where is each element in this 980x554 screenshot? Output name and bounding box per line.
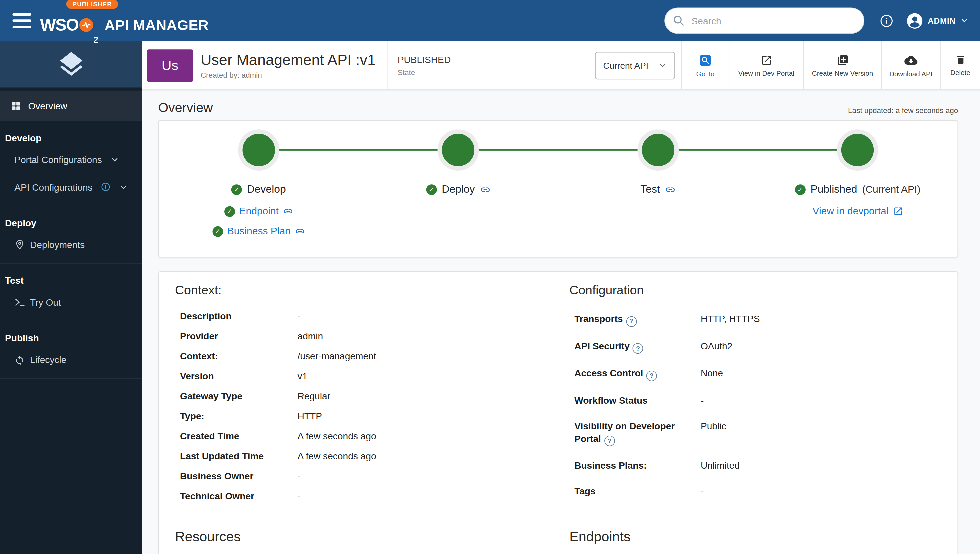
create-new-version-label: Create New Version	[812, 69, 873, 76]
endpoint-link[interactable]: ✓ Endpoint	[159, 206, 358, 217]
endpoints-title: Endpoints	[570, 529, 941, 545]
sidebar-item-label: API Configurations	[14, 181, 93, 192]
sidebar-section-test: Test	[0, 270, 142, 288]
view-in-devportal-link[interactable]: View in devportal	[758, 206, 957, 217]
context-row: Business Owner-	[175, 466, 570, 486]
grid-icon	[11, 100, 21, 111]
api-title: User Management API :v1	[200, 51, 375, 69]
context-title: Context:	[175, 283, 570, 297]
context-row: Context:/user-management	[175, 346, 570, 366]
open-in-new-icon	[760, 54, 772, 66]
chevron-down-icon	[658, 61, 667, 70]
business-plan-link[interactable]: ✓ Business Plan	[159, 226, 358, 237]
api-header-bar: Us User Management API :v1 Created by: a…	[142, 41, 980, 90]
info-icon[interactable]	[101, 182, 111, 192]
info-icon[interactable]	[880, 13, 894, 28]
chevron-down-icon	[110, 154, 119, 164]
cloud-download-icon	[904, 53, 917, 66]
help-icon[interactable]: ?	[604, 436, 615, 446]
view-in-dev-portal-label: View in Dev Portal	[738, 69, 794, 76]
context-row: Last Updated TimeA few seconds ago	[175, 446, 570, 466]
brand-text: WSO	[40, 15, 78, 35]
api-thumbnail: Us	[147, 49, 193, 82]
open-in-new-icon	[892, 206, 903, 217]
configuration-row: Workflow Status -	[570, 388, 941, 413]
terminal-icon	[14, 297, 25, 307]
help-icon[interactable]: ?	[646, 370, 657, 381]
avatar-icon	[906, 12, 923, 29]
create-new-version-button[interactable]: Create New Version	[803, 41, 881, 89]
go-to-icon	[698, 53, 712, 66]
api-state-label: State	[398, 68, 451, 76]
hamburger-menu-icon[interactable]	[13, 13, 31, 28]
sidebar-item-lifecycle[interactable]: Lifecycle	[0, 345, 142, 373]
download-api-button[interactable]: Download API	[881, 41, 940, 89]
api-actions: Go To View in Dev Portal Create New Vers…	[681, 41, 980, 89]
configuration-row: API Security? OAuth2	[570, 333, 941, 361]
configuration-row: Business Plans: Unlimited	[570, 453, 941, 479]
copy-plus-icon	[837, 54, 849, 66]
publisher-badge: PUBLISHER	[66, 0, 118, 9]
left-sidebar: Overview Develop Portal Configurations A…	[0, 41, 142, 554]
chevron-down-icon	[119, 182, 128, 192]
current-api-suffix: (Current API)	[862, 184, 920, 195]
location-pin-icon	[14, 239, 25, 250]
context-row: Provideradmin	[175, 326, 570, 346]
help-icon[interactable]: ?	[633, 343, 643, 353]
sidebar-item-try-out[interactable]: Try Out	[0, 288, 142, 316]
sidebar-item-label: Lifecycle	[30, 354, 66, 365]
sidebar-item-label: Portal Configurations	[14, 154, 102, 165]
step-label-develop: ✓ Develop	[159, 183, 358, 196]
step-label-deploy[interactable]: ✓ Deploy	[358, 183, 558, 196]
step-label-test[interactable]: Test	[558, 183, 758, 196]
brand-subscript: 2	[93, 34, 98, 45]
configuration-title: Configuration	[570, 283, 941, 297]
sidebar-item-label: Deployments	[30, 239, 85, 250]
go-to-button[interactable]: Go To	[681, 41, 729, 89]
link-icon[interactable]	[480, 184, 490, 195]
go-to-label: Go To	[696, 70, 715, 77]
context-row: Gateway TypeRegular	[175, 386, 570, 406]
user-menu[interactable]: ADMIN	[906, 12, 969, 29]
version-select[interactable]: Current API	[595, 52, 675, 80]
sidebar-group-develop: Develop Portal Configurations API Config…	[0, 121, 142, 206]
configuration-row: Transports? HTTP, HTTPS	[570, 306, 941, 334]
configuration-row: Access Control? None	[570, 361, 941, 388]
user-label: ADMIN	[928, 16, 956, 25]
help-icon[interactable]: ?	[626, 316, 637, 327]
last-updated-text: Last updated: a few seconds ago	[848, 106, 958, 115]
context-row: Description-	[175, 306, 570, 326]
delete-button[interactable]: Delete	[940, 41, 980, 89]
sidebar-item-portal-configurations[interactable]: Portal Configurations	[0, 146, 142, 174]
link-icon[interactable]	[665, 184, 676, 195]
link-icon	[283, 206, 293, 217]
sidebar-item-overview[interactable]: Overview	[0, 91, 142, 121]
sidebar-section-develop: Develop	[0, 128, 142, 146]
step-circle-develop	[238, 129, 279, 171]
check-icon: ✓	[212, 226, 223, 237]
view-in-dev-portal-button[interactable]: View in Dev Portal	[729, 41, 803, 89]
search-input[interactable]	[665, 8, 865, 34]
sidebar-group-publish: Publish Lifecycle	[0, 322, 142, 379]
api-created-by: Created by: admin	[200, 71, 375, 80]
check-icon: ✓	[231, 184, 242, 195]
configuration-row: Visibility on Developer Portal? Public	[570, 413, 941, 453]
sidebar-item-deployments[interactable]: Deployments	[0, 231, 142, 258]
configuration-section: Configuration Transports? HTTP, HTTPS AP…	[570, 283, 941, 506]
layers-icon	[56, 49, 86, 80]
version-select-value: Current API	[603, 60, 648, 70]
download-api-label: Download API	[889, 70, 933, 77]
sidebar-section-deploy: Deploy	[0, 213, 142, 231]
configuration-row: Tags -	[570, 479, 941, 504]
step-circle-test	[637, 129, 679, 171]
context-row: Type:HTTP	[175, 406, 570, 426]
sidebar-item-api-configurations[interactable]: API Configurations	[0, 173, 142, 201]
link-icon	[295, 226, 305, 236]
content-area: Overview Last updated: a few seconds ago	[142, 90, 980, 554]
context-section: Context: Description- Provideradmin Cont…	[175, 283, 570, 506]
step-circle-deploy	[438, 129, 479, 171]
app-logo[interactable]	[0, 41, 142, 88]
main-area: Us User Management API :v1 Created by: a…	[142, 41, 980, 554]
sidebar-item-label: Overview	[28, 100, 67, 111]
check-icon: ✓	[224, 206, 235, 217]
